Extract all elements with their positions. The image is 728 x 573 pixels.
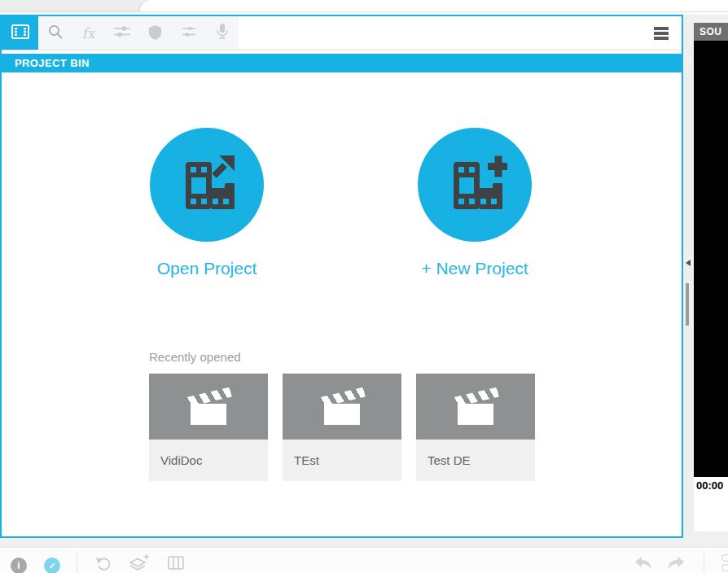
search-button[interactable] <box>38 16 72 50</box>
recent-project-card[interactable]: VidiDoc <box>149 374 268 481</box>
app-screen: fx <box>0 0 728 573</box>
add-layer-button[interactable] <box>128 553 149 573</box>
recent-project-card[interactable]: TEst <box>283 374 401 481</box>
open-project-button[interactable] <box>150 128 264 242</box>
approve-button[interactable]: ✓ <box>44 558 60 573</box>
panel-gutter <box>683 15 694 538</box>
clapperboard-icon <box>450 384 502 430</box>
new-project-label[interactable]: + New Project <box>361 259 589 278</box>
recently-opened-label: Recently opened <box>149 350 241 364</box>
hamburger-icon <box>654 27 669 30</box>
browser-tab[interactable] <box>140 0 728 11</box>
project-bin-content: Open Project <box>2 72 682 536</box>
top-toolbar: fx <box>2 16 682 50</box>
collapse-panel-arrow[interactable] <box>686 260 691 266</box>
bottom-toolbar: i ✓ <box>0 547 728 573</box>
info-icon: i <box>17 560 20 571</box>
check-icon: ✓ <box>48 561 55 571</box>
new-project-icon <box>442 151 507 219</box>
shield-icon <box>148 24 162 42</box>
source-timecode: 00:00 <box>694 477 728 492</box>
project-name: VidiDoc <box>149 440 268 481</box>
new-project-action: + New Project <box>361 128 589 278</box>
fx-icon: fx <box>82 25 95 42</box>
source-panel-header: SOU <box>694 23 728 41</box>
info-button[interactable]: i <box>11 558 27 573</box>
filmstrip-icon <box>11 24 29 42</box>
redo-button[interactable] <box>667 557 685 572</box>
sliders-icon <box>112 24 132 42</box>
reset-button[interactable] <box>95 555 112 573</box>
project-thumbnail <box>416 374 535 440</box>
effects-button[interactable]: fx <box>72 16 105 50</box>
project-bin-panel: fx <box>0 15 683 538</box>
project-bin-header: PROJECT BIN <box>2 54 682 72</box>
new-project-button[interactable] <box>418 128 532 242</box>
clipped-icon <box>721 564 728 571</box>
project-name: Test DE <box>416 440 535 481</box>
project-bin-title: PROJECT BIN <box>15 57 90 69</box>
search-icon <box>47 24 64 42</box>
project-name: TEst <box>283 440 401 481</box>
undo-icon <box>634 560 652 572</box>
clipped-icon <box>721 554 728 562</box>
redo-icon <box>667 560 685 572</box>
browser-strip <box>0 0 728 11</box>
microphone-icon <box>214 22 230 44</box>
open-project-icon <box>174 151 239 219</box>
shield-button[interactable] <box>138 16 172 50</box>
source-panel-title: SOU <box>699 26 721 37</box>
source-panel: SOU 00:00 <box>694 15 728 538</box>
source-info-area: 00:00 <box>694 477 728 531</box>
project-thumbnail <box>283 374 401 440</box>
project-thumbnail <box>149 374 268 440</box>
open-project-action: Open Project <box>93 128 321 278</box>
microphone-button[interactable] <box>205 16 239 50</box>
toolbar-divider <box>77 553 77 573</box>
open-project-label[interactable]: Open Project <box>93 259 321 278</box>
source-video-preview[interactable] <box>694 41 728 477</box>
undo-button[interactable] <box>634 557 652 572</box>
mixer-icon <box>179 24 199 42</box>
toolbar-divider <box>704 553 704 573</box>
mixer-sliders-button[interactable] <box>172 16 205 50</box>
clapperboard-icon <box>316 384 368 430</box>
bin-columns-icon <box>168 560 184 572</box>
recent-project-card[interactable]: Test DE <box>416 374 535 481</box>
hamburger-menu-button[interactable] <box>654 27 669 40</box>
adjust-sliders-button[interactable] <box>105 16 138 50</box>
layers-plus-icon <box>128 563 149 573</box>
clapperboard-icon <box>182 384 235 430</box>
recent-projects-list: VidiDoc TEst Test DE <box>149 374 550 481</box>
rotate-ccw-icon <box>95 562 112 573</box>
tab-project-bin[interactable] <box>2 16 38 50</box>
splitter-handle[interactable] <box>686 283 689 326</box>
project-bin-view-button[interactable] <box>168 556 184 572</box>
